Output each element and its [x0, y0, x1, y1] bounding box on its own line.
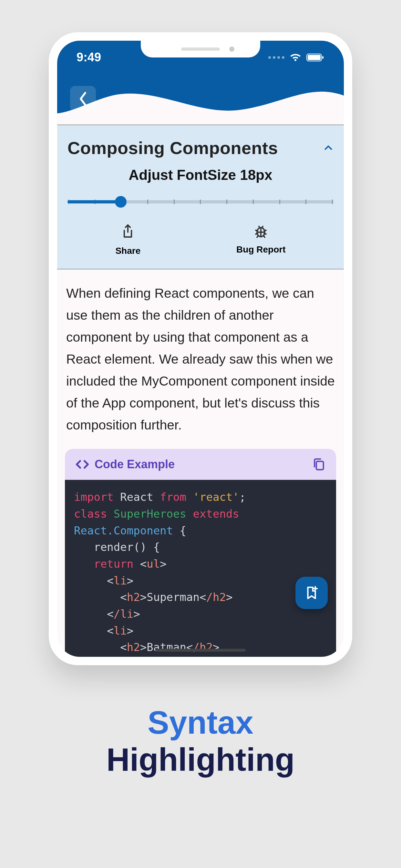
tok: li: [114, 574, 127, 587]
phone-screen: 9:49 Composing Components Adjust FontSiz…: [57, 41, 344, 657]
bug-report-button[interactable]: Bug Report: [236, 224, 285, 256]
wifi-icon: [289, 53, 302, 62]
tok: render() {: [94, 540, 160, 554]
bookmark-fab[interactable]: [296, 577, 328, 609]
tok: React: [120, 491, 153, 503]
svg-rect-4: [316, 461, 323, 470]
article-body: When defining React components, we can u…: [57, 269, 344, 449]
panel-header: Composing Components: [67, 138, 334, 158]
tok: ul: [147, 557, 160, 570]
tok: SuperHeroes: [114, 507, 186, 520]
tok: 'react': [193, 491, 239, 503]
slider-thumb[interactable]: [115, 196, 127, 208]
tok: React.Component: [74, 524, 173, 537]
copy-icon[interactable]: [312, 457, 326, 471]
chevron-left-icon: [78, 91, 88, 106]
fontsize-slider[interactable]: [67, 196, 334, 208]
chevron-up-icon[interactable]: [323, 143, 334, 153]
code-header-title: Code Example: [95, 458, 175, 471]
tok: Superman: [147, 591, 199, 603]
phone-frame: 9:49 Composing Components Adjust FontSiz…: [49, 32, 352, 665]
tok: extends: [193, 507, 239, 520]
tok: li: [114, 624, 127, 637]
status-time: 9:49: [76, 51, 101, 64]
home-indicator[interactable]: [155, 649, 246, 652]
bug-icon: [253, 224, 269, 239]
code-icon: [75, 459, 89, 469]
tok: class: [74, 507, 107, 520]
marketing-line1: Syntax: [106, 704, 295, 741]
code-body: import React from 'react'; class SuperHe…: [65, 480, 336, 657]
tok: /li: [114, 608, 133, 620]
notch: [141, 41, 260, 58]
code-header: Code Example: [65, 449, 336, 480]
tok: import: [74, 491, 114, 503]
tok: return: [94, 557, 133, 570]
code-header-left: Code Example: [75, 458, 175, 471]
settings-panel: Composing Components Adjust FontSize 18p…: [57, 125, 344, 269]
tok: from: [160, 491, 186, 503]
share-button[interactable]: Share: [115, 224, 141, 256]
share-icon: [120, 224, 135, 241]
tok: h2: [127, 641, 140, 654]
panel-actions: Share Bug Report: [67, 224, 334, 256]
bookmark-add-icon: [304, 585, 319, 600]
bug-label: Bug Report: [236, 244, 285, 255]
svg-rect-1: [308, 55, 320, 60]
fontsize-label: Adjust FontSize 18px: [67, 167, 334, 183]
status-icons: [268, 53, 325, 62]
slider-fill: [67, 200, 121, 204]
tok: /h2: [193, 641, 213, 654]
cellular-icon: [268, 56, 284, 59]
code-example-card: Code Example import React from 'react'; …: [65, 449, 336, 657]
battery-icon: [306, 53, 325, 62]
tok: Batman: [147, 641, 186, 654]
marketing-caption: Syntax Highlighting: [106, 704, 295, 778]
share-label: Share: [115, 246, 141, 256]
page-title: Composing Components: [67, 138, 278, 158]
svg-rect-2: [322, 56, 323, 59]
marketing-line2: Highlighting: [106, 741, 295, 778]
tok: /h2: [206, 591, 226, 603]
back-button[interactable]: [70, 86, 96, 112]
tok: h2: [127, 591, 140, 603]
